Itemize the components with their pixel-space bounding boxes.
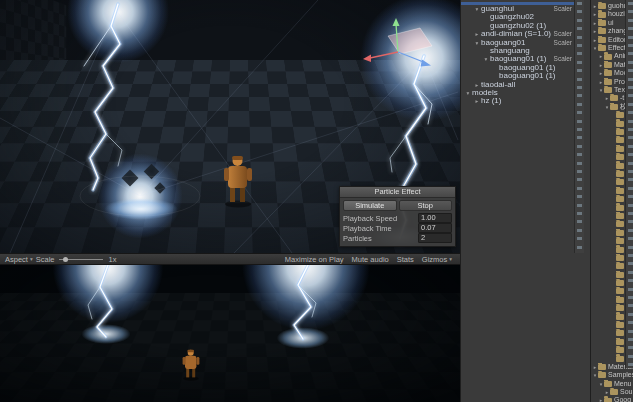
hierarchy-item[interactable]: ▸hz (1) xyxy=(461,97,583,105)
scaler-component-badge: Scaler xyxy=(551,5,572,13)
project-folder-label: Samples xyxy=(608,371,633,379)
hierarchy-item[interactable]: ▾baoguang01 (1)Scaler xyxy=(461,55,583,63)
playback-time-label: Playback Time xyxy=(343,224,418,233)
disclosure-right-icon[interactable]: ▸ xyxy=(473,30,481,38)
stop-button[interactable]: Stop xyxy=(399,200,453,211)
particle-effect-panel: Particle Effect Simulate Stop Playback S… xyxy=(339,186,456,247)
hierarchy-item-label: tiaodai-all xyxy=(481,81,515,89)
folder-icon xyxy=(604,54,612,60)
disclosure-down-icon[interactable]: ▾ xyxy=(473,5,481,13)
disclosure-right-icon[interactable]: ▸ xyxy=(473,97,481,105)
hierarchy-item[interactable]: baoguang01 (1) xyxy=(461,72,583,80)
hierarchy-item[interactable]: ▸tiaodai-all xyxy=(461,81,583,89)
folder-icon xyxy=(610,95,618,101)
folder-icon xyxy=(616,288,624,294)
hierarchy-list: ▾guanghuiScalerguangzhu02guangzhu02 (1)▸… xyxy=(461,0,583,106)
folder-icon xyxy=(616,330,624,336)
scale-label: Scale xyxy=(36,255,55,264)
folder-icon xyxy=(616,347,624,353)
game-viewport[interactable] xyxy=(0,265,460,402)
hierarchy-item[interactable]: ▾models xyxy=(461,89,583,97)
project-folder-item[interactable]: ▸Goog xyxy=(591,396,633,402)
project-folder-label: -t xyxy=(620,94,624,102)
unity-editor-window: { "icons": { "caret_down": "▾", "caret_r… xyxy=(0,0,633,402)
hierarchy-item[interactable]: baoguang01 (1) xyxy=(461,64,583,72)
maximize-on-play-button[interactable]: Maximize on Play xyxy=(285,255,344,264)
folder-icon xyxy=(598,364,606,370)
folder-icon xyxy=(598,45,606,51)
folder-icon xyxy=(598,28,606,34)
hierarchy-item-label: baoguang01 (1) xyxy=(490,55,547,63)
folder-icon xyxy=(604,62,612,68)
project-folder-item[interactable]: ▸Sou xyxy=(591,388,633,396)
scale-slider[interactable] xyxy=(59,256,103,263)
folder-icon xyxy=(598,12,606,18)
folder-icon xyxy=(616,314,624,320)
hierarchy-item[interactable]: guangzhu02 xyxy=(461,13,583,21)
mute-audio-button[interactable]: Mute audio xyxy=(352,255,389,264)
disclosure-down-icon[interactable]: ▾ xyxy=(464,89,472,97)
scene-viewport[interactable]: Particle Effect Simulate Stop Playback S… xyxy=(0,0,460,253)
aspect-dropdown[interactable]: Aspect ▾ xyxy=(5,255,33,264)
folder-icon xyxy=(616,129,624,135)
playback-speed-field[interactable]: 1.00 xyxy=(418,213,452,223)
hierarchy-item-label: guangzhu02 (1) xyxy=(490,22,546,30)
chevron-down-icon: ▾ xyxy=(449,256,452,262)
folder-icon xyxy=(616,163,624,169)
folder-icon xyxy=(616,154,624,160)
folder-icon xyxy=(616,247,624,253)
hierarchy-item-label: models xyxy=(472,89,498,97)
folder-icon xyxy=(610,104,618,110)
disclosure-down-icon[interactable]: ▾ xyxy=(473,39,481,47)
disclosure-right-icon[interactable]: ▸ xyxy=(473,81,481,89)
hierarchy-item-label: baoguang01 xyxy=(481,39,526,47)
hierarchy-item-label: hz (1) xyxy=(481,97,501,105)
hierarchy-item[interactable]: shanguang xyxy=(461,47,583,55)
scaler-component-badge: Scaler xyxy=(551,30,572,38)
folder-icon xyxy=(598,372,606,378)
folder-icon xyxy=(604,79,612,85)
hierarchy-item-label: shanguang xyxy=(490,47,530,55)
scale-value: 1x xyxy=(108,255,116,264)
particle-effect-title: Particle Effect xyxy=(340,187,455,198)
folder-icon xyxy=(616,356,624,362)
gizmos-dropdown[interactable]: Gizmos ▾ xyxy=(422,255,452,264)
disclosure-down-icon[interactable]: ▾ xyxy=(482,55,490,63)
hierarchy-panel: ▾guanghuiScalerguangzhu02guangzhu02 (1)▸… xyxy=(460,0,583,402)
folder-icon xyxy=(616,339,624,345)
stats-button[interactable]: Stats xyxy=(397,255,414,264)
hierarchy-item[interactable]: ▾baoguang01Scaler xyxy=(461,39,583,47)
folder-icon xyxy=(616,305,624,311)
playback-time-field[interactable]: 0.07 xyxy=(418,223,452,233)
scale-slider-thumb[interactable] xyxy=(63,257,68,262)
hierarchy-item[interactable]: guangzhu02 (1) xyxy=(461,22,583,30)
hierarchy-item-label: guanghui xyxy=(481,5,514,13)
project-folder-item[interactable]: ▾Menu xyxy=(591,380,633,388)
particles-label: Particles xyxy=(343,234,418,243)
project-folder-label: Sou xyxy=(620,388,632,396)
particles-field[interactable]: 2 xyxy=(418,233,452,243)
game-view-toolbar: Aspect ▾ Scale 1x Maximize on Play Mute … xyxy=(0,253,460,265)
folder-icon xyxy=(616,221,624,227)
hierarchy-item-label: andi-dimian (S=1.0) xyxy=(481,30,551,38)
folder-icon xyxy=(598,3,606,9)
folder-icon xyxy=(616,188,624,194)
folder-icon xyxy=(616,137,624,143)
hierarchy-scrollbar[interactable] xyxy=(574,0,584,253)
hierarchy-item[interactable]: ▸andi-dimian (S=1.0)Scaler xyxy=(461,30,583,38)
folder-icon xyxy=(616,146,624,152)
folder-icon xyxy=(604,398,612,402)
hierarchy-item[interactable]: ▾guanghuiScaler xyxy=(461,5,583,13)
folder-icon xyxy=(616,322,624,328)
simulate-button[interactable]: Simulate xyxy=(343,200,397,211)
folder-icon xyxy=(616,112,624,118)
folder-icon xyxy=(604,87,612,93)
folder-icon xyxy=(598,20,606,26)
folder-icon xyxy=(616,230,624,236)
folder-icon xyxy=(616,272,624,278)
folder-icon xyxy=(616,238,624,244)
project-folder-item[interactable]: ▾Samples xyxy=(591,371,633,379)
project-scrollbar[interactable] xyxy=(625,0,633,368)
folder-icon xyxy=(616,171,624,177)
folder-icon xyxy=(616,255,624,261)
